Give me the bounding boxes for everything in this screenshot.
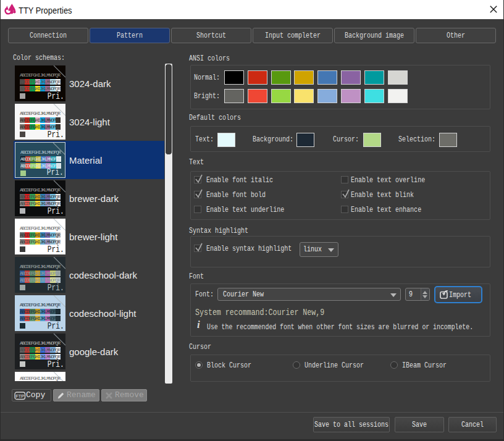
svg-text:FTP: FTP	[15, 393, 24, 399]
